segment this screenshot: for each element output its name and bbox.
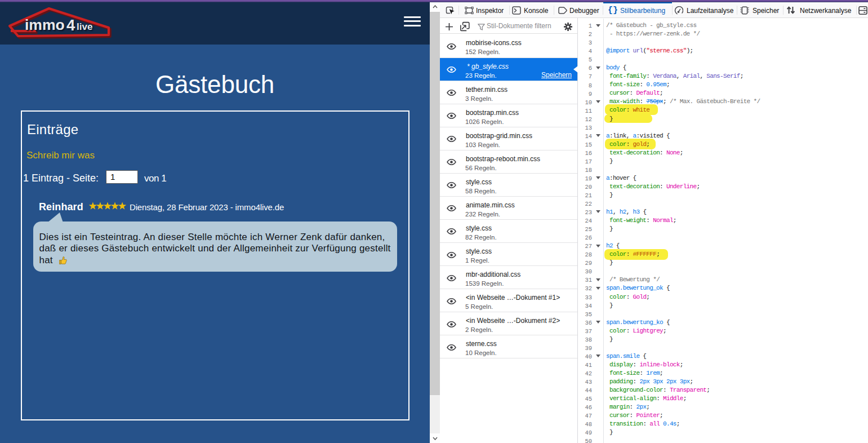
svg-text:immo: immo [25, 16, 65, 33]
svg-text:4: 4 [66, 16, 75, 34]
svg-text:live: live [77, 21, 92, 32]
